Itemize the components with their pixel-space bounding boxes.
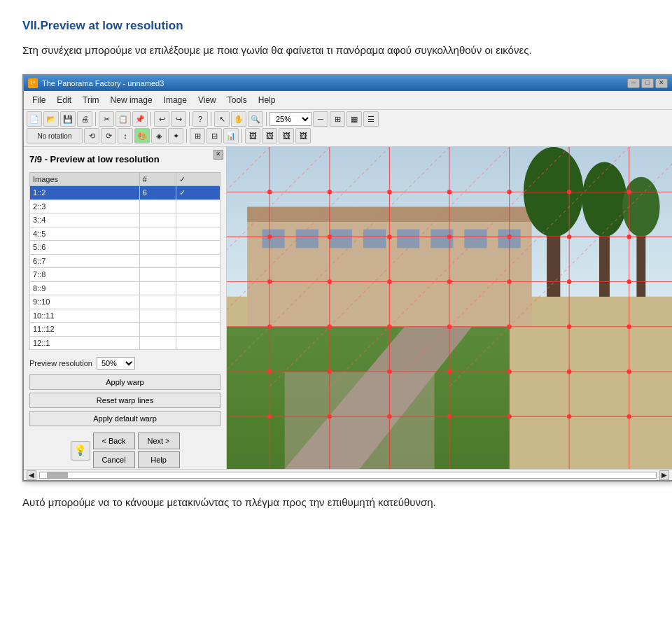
- svg-point-62: [267, 370, 272, 374]
- tb-img1[interactable]: 🖼: [245, 128, 260, 143]
- tb-paste[interactable]: 📌: [132, 111, 148, 127]
- tb-sep-6: [186, 129, 187, 143]
- table-row[interactable]: 8::9: [30, 281, 220, 295]
- zoom-dropdown[interactable]: 25% 50% 75% 100%: [270, 112, 312, 126]
- menu-image[interactable]: Image: [158, 92, 192, 108]
- tb-copy[interactable]: 📋: [115, 111, 131, 127]
- tb-img3[interactable]: 🖼: [279, 128, 294, 143]
- tb-grid2[interactable]: ⊟: [206, 128, 222, 143]
- maximize-button[interactable]: □: [641, 78, 654, 88]
- svg-rect-9: [397, 230, 419, 248]
- cell-check: [176, 336, 220, 350]
- table-row[interactable]: 9::10: [30, 295, 220, 309]
- col-images: Images: [30, 172, 140, 186]
- tb-sep-3: [189, 112, 190, 126]
- svg-point-71: [387, 414, 391, 419]
- tb-img4[interactable]: 🖼: [295, 128, 311, 143]
- menu-edit[interactable]: Edit: [51, 92, 77, 108]
- toolbar-row-1: 📄 📂 💾 🖨 ✂ 📋 📌 ↩ ↪ ? ↖ ✋ 🔍 25% 50% 75% 10…: [27, 111, 669, 127]
- menu-view[interactable]: View: [192, 92, 222, 108]
- tb-rotate-none[interactable]: No rotation: [27, 128, 83, 143]
- svg-point-67: [567, 370, 571, 374]
- scroll-right-button[interactable]: ▶: [659, 470, 669, 480]
- table-row[interactable]: 5::6: [30, 241, 220, 255]
- tb-zoom-full[interactable]: ☰: [363, 111, 379, 127]
- cell-label: 7::8: [30, 268, 140, 282]
- cell-num: [139, 295, 176, 309]
- cell-check: ✓: [176, 186, 220, 200]
- tb-img2[interactable]: 🖼: [262, 128, 277, 143]
- svg-point-35: [328, 190, 332, 194]
- panorama-preview: [227, 147, 672, 469]
- tb-rot-left[interactable]: ⟲: [84, 128, 99, 143]
- cell-label: 4::5: [30, 227, 140, 241]
- table-row[interactable]: 11::12: [30, 323, 220, 337]
- tb-sep-7: [241, 129, 242, 143]
- panel-close-button[interactable]: ✕: [214, 150, 223, 160]
- help-button[interactable]: Help: [138, 451, 180, 468]
- preview-res-dropdown[interactable]: 50% 25% 75% 100%: [97, 357, 135, 370]
- title-bar-controls: ─ □ ✕: [627, 78, 668, 88]
- tb-histogram[interactable]: 📊: [223, 128, 239, 143]
- tb-select[interactable]: ↖: [214, 111, 230, 127]
- menu-help[interactable]: Help: [253, 92, 281, 108]
- scroll-track[interactable]: [39, 472, 657, 479]
- cell-num: [139, 254, 176, 268]
- table-row[interactable]: 4::5: [30, 227, 220, 241]
- tb-new[interactable]: 📄: [27, 111, 42, 127]
- next-button[interactable]: Next >: [138, 433, 180, 449]
- tb-rot-right[interactable]: ⟳: [101, 128, 116, 143]
- cell-num: 6: [139, 186, 176, 200]
- tb-flip[interactable]: ↕: [118, 128, 133, 143]
- close-window-button[interactable]: ✕: [655, 78, 668, 88]
- tb-help[interactable]: ?: [192, 111, 208, 127]
- col-check: ✓: [176, 172, 220, 186]
- reset-warp-lines-button[interactable]: Reset warp lines: [29, 393, 220, 408]
- minimize-button[interactable]: ─: [627, 78, 640, 88]
- table-row[interactable]: 6::7: [30, 254, 220, 268]
- tb-zoom-fit[interactable]: ⊞: [330, 111, 345, 127]
- menu-file[interactable]: File: [27, 92, 51, 108]
- table-row[interactable]: 7::8: [30, 268, 220, 282]
- tb-grid[interactable]: ⊞: [190, 128, 205, 143]
- tb-print[interactable]: 🖨: [77, 111, 92, 127]
- tb-zoom-sel[interactable]: ▦: [346, 111, 362, 127]
- table-row[interactable]: 12::1: [30, 336, 220, 350]
- tb-save[interactable]: 💾: [60, 111, 76, 127]
- intro-text: Στη συνέχεια μπορούμε να επιλέξουμε με π…: [22, 42, 650, 59]
- menu-new-image[interactable]: New image: [105, 92, 158, 108]
- svg-rect-5: [262, 230, 285, 248]
- table-row[interactable]: 2::3: [30, 199, 220, 213]
- tb-zoom-in[interactable]: 🔍: [248, 111, 263, 127]
- col-num: #: [139, 172, 176, 186]
- apply-warp-button[interactable]: Apply warp: [29, 374, 220, 390]
- scroll-thumb[interactable]: [47, 472, 68, 478]
- tb-color[interactable]: 🎨: [134, 128, 150, 143]
- tb-open[interactable]: 📂: [43, 111, 59, 127]
- tb-cut[interactable]: ✂: [99, 111, 114, 127]
- scroll-left-button[interactable]: ◀: [27, 470, 36, 480]
- menu-tools[interactable]: Tools: [222, 92, 253, 108]
- svg-point-74: [567, 414, 571, 419]
- table-row[interactable]: 10::11: [30, 309, 220, 323]
- cancel-button[interactable]: Cancel: [93, 451, 135, 468]
- cell-num: [139, 336, 176, 350]
- menu-trim[interactable]: Trim: [77, 92, 105, 108]
- cell-num: [139, 241, 176, 255]
- apply-default-warp-button[interactable]: Apply default warp: [29, 411, 220, 426]
- tb-redo[interactable]: ↪: [171, 111, 186, 127]
- footer-text: Αυτό μπορούμε να το κάνουμε μετακινώντας…: [22, 494, 650, 511]
- tb-sharpen[interactable]: ✦: [168, 128, 183, 143]
- table-row[interactable]: 3::4: [30, 213, 220, 227]
- tb-adjust[interactable]: ◈: [151, 128, 167, 143]
- svg-point-75: [627, 414, 631, 419]
- tb-hand[interactable]: ✋: [231, 111, 246, 127]
- wizard-title: 7/9 - Preview at low resolution: [29, 153, 220, 167]
- tb-zoom-out[interactable]: ─: [313, 111, 328, 127]
- svg-point-54: [627, 279, 631, 283]
- back-button[interactable]: < Back: [93, 433, 135, 449]
- table-row[interactable]: 1::2 6 ✓: [30, 186, 220, 200]
- cell-num: [139, 199, 176, 213]
- tb-undo[interactable]: ↩: [154, 111, 169, 127]
- svg-point-50: [387, 279, 391, 283]
